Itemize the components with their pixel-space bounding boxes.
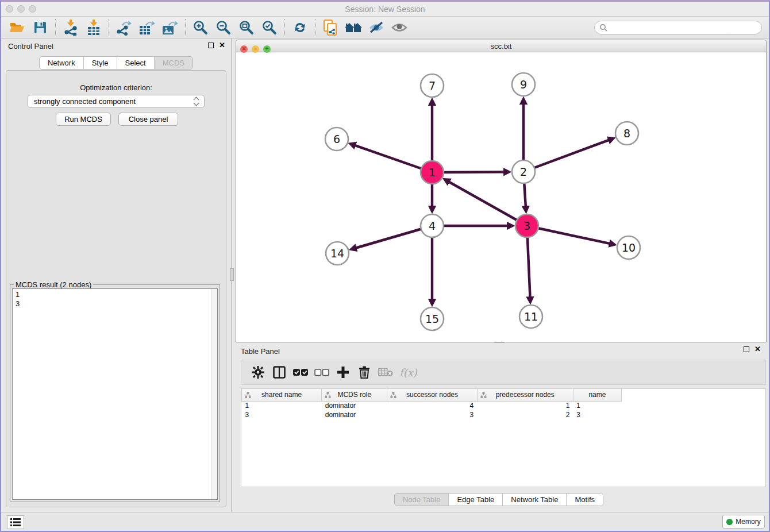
export-network-icon[interactable] [113, 18, 136, 37]
tab-node-table[interactable]: Node Table [395, 494, 449, 506]
mcds-result-list[interactable]: 1 3 [12, 288, 218, 500]
memory-label: Memory [736, 518, 760, 526]
eye-icon[interactable] [388, 18, 411, 37]
search-input-wrap[interactable] [594, 21, 762, 34]
float-table-panel-icon[interactable] [744, 346, 749, 352]
toolbar-separator [55, 19, 56, 36]
save-session-icon[interactable] [29, 18, 52, 37]
cell-shared-name[interactable]: 3 [242, 410, 322, 419]
network-view-window: ✕−+ scc.txt 7968124314101511 [236, 40, 767, 342]
memory-button[interactable]: Memory [722, 515, 765, 529]
column-tree-icon [390, 392, 396, 398]
tab-style[interactable]: Style [84, 57, 117, 69]
function-builder-icon[interactable]: f(x) [399, 367, 417, 379]
zoom-in-icon[interactable] [189, 18, 212, 37]
tab-network-table[interactable]: Network Table [503, 494, 567, 506]
tab-network[interactable]: Network [40, 57, 84, 69]
network-window-title: scc.txt [236, 42, 766, 51]
cell-predecessor-nodes[interactable]: 2 [477, 410, 573, 419]
selected-criterion: strongly connected component [34, 97, 194, 106]
edge-layer[interactable] [355, 104, 610, 299]
export-table-icon[interactable] [136, 18, 159, 37]
col-shared-name[interactable]: shared name [242, 389, 322, 401]
edge-3-10[interactable] [527, 226, 610, 244]
import-table-icon[interactable] [82, 18, 105, 37]
graph-node-label-2: 2 [520, 165, 527, 178]
network-window-titlebar[interactable]: ✕−+ scc.txt [236, 40, 766, 52]
mcds-tab-content: Optimization criterion: strongly connect… [6, 70, 226, 507]
refresh-view-icon[interactable] [288, 18, 311, 37]
deselect-all-columns-icon[interactable] [312, 363, 331, 382]
delete-table-icon[interactable] [376, 363, 395, 382]
cell-mcds-role[interactable]: dominator [322, 410, 387, 419]
select-all-columns-icon[interactable] [291, 363, 310, 382]
toolbar-separator [315, 19, 315, 36]
tab-select[interactable]: Select [117, 57, 155, 69]
home-icon[interactable] [342, 18, 365, 37]
graph-node-label-9: 9 [520, 78, 527, 91]
status-bar: Memory [1, 512, 769, 531]
control-panel-tabs: Network Style Select MCDS [1, 56, 231, 70]
cell-shared-name[interactable]: 1 [242, 401, 322, 410]
graph-node-label-6: 6 [333, 133, 340, 145]
result-line: 1 [16, 290, 217, 299]
search-input[interactable] [608, 22, 761, 33]
cell-name[interactable]: 3 [573, 410, 621, 419]
cell-name[interactable]: 1 [573, 401, 621, 410]
graph-node-label-1: 1 [429, 166, 436, 179]
run-mcds-button[interactable]: Run MCDS [56, 113, 111, 126]
add-column-icon[interactable] [333, 363, 352, 382]
task-history-button[interactable] [7, 515, 24, 529]
table-row[interactable]: 1 dominator 4 1 1 [242, 401, 622, 410]
eye-slash-icon[interactable] [365, 18, 388, 37]
import-network-icon[interactable] [59, 18, 82, 37]
graph-node-label-4: 4 [429, 219, 436, 232]
split-panel-icon[interactable] [270, 363, 288, 382]
col-name[interactable]: name [573, 389, 621, 401]
graph-node-label-14: 14 [330, 247, 344, 260]
main-toolbar [1, 17, 769, 38]
col-successor-nodes[interactable]: successor nodes [387, 389, 477, 401]
vertical-splitter-handle[interactable] [230, 268, 234, 281]
search-icon [599, 24, 608, 32]
export-image-icon[interactable] [159, 18, 182, 37]
tab-edge-table[interactable]: Edge Table [449, 494, 503, 506]
optimization-criterion-select[interactable]: strongly connected component [28, 95, 205, 108]
close-panel-icon[interactable]: ✕ [219, 43, 225, 48]
cell-successor-nodes[interactable]: 4 [387, 401, 477, 410]
cell-successor-nodes[interactable]: 3 [387, 410, 477, 419]
optimization-criterion-label: Optimization criterion: [6, 83, 226, 92]
window-title: Session: New Session [1, 5, 769, 14]
zoom-selected-icon[interactable] [258, 18, 281, 37]
delete-column-trash-icon[interactable] [355, 363, 374, 382]
network-graph-canvas[interactable]: 7968124314101511 [236, 52, 766, 342]
zoom-out-icon[interactable] [212, 18, 235, 37]
zoom-fit-icon[interactable] [235, 18, 258, 37]
edge-2-8[interactable] [523, 140, 609, 172]
graph-node-label-7: 7 [429, 79, 436, 92]
edge-3-1[interactable] [449, 182, 527, 226]
column-tree-icon [245, 392, 251, 398]
close-panel-button[interactable]: Close panel [118, 113, 178, 126]
mcds-result-box: MCDS result (2 nodes) 1 3 [10, 284, 220, 502]
result-scrollbar[interactable] [211, 289, 217, 499]
col-predecessor-nodes[interactable]: predecessor nodes [477, 389, 573, 401]
open-session-icon[interactable] [6, 18, 29, 37]
toolbar-separator [185, 19, 186, 36]
column-tree-icon [480, 392, 487, 398]
cell-mcds-role[interactable]: dominator [322, 401, 387, 410]
tab-motifs[interactable]: Motifs [567, 494, 603, 506]
cell-predecessor-nodes[interactable]: 1 [477, 401, 573, 410]
mcds-result-title: MCDS result (2 nodes) [14, 280, 93, 289]
float-panel-icon[interactable] [208, 43, 214, 48]
table-row[interactable]: 3 dominator 3 2 3 [242, 410, 622, 419]
toolbar-separator [284, 19, 285, 36]
node-table[interactable]: shared name MCDS role successor nodes pr… [241, 388, 766, 487]
settings-gear-icon[interactable] [248, 363, 267, 382]
close-table-panel-icon[interactable]: ✕ [754, 346, 761, 352]
col-mcds-role[interactable]: MCDS role [322, 389, 387, 401]
table-header-row[interactable]: shared name MCDS role successor nodes pr… [242, 389, 622, 401]
network-snapshot-icon[interactable] [319, 18, 342, 37]
tab-mcds[interactable]: MCDS [155, 57, 192, 69]
graph-node-label-8: 8 [623, 127, 630, 140]
